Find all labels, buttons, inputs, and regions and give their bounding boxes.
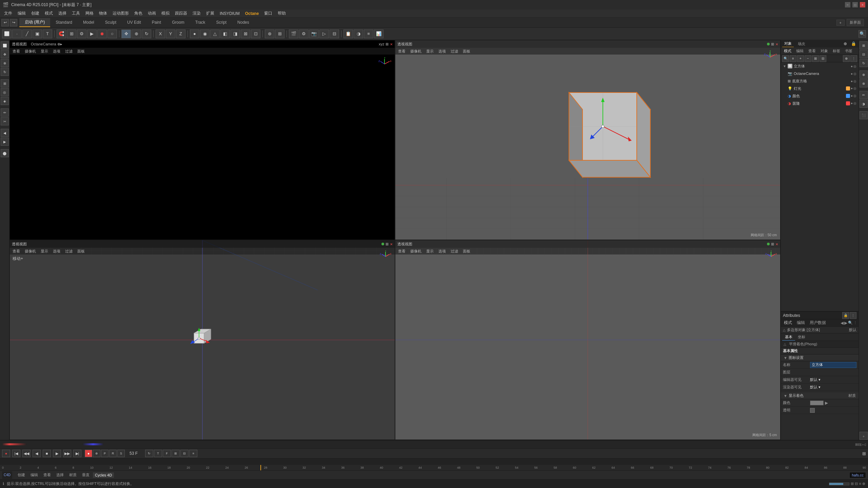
bm-view[interactable]: 查看 xyxy=(41,472,53,478)
viewport-bottom-left[interactable]: 透视视图 ⊞ × 查看 摄像机 显示 选项 过滤 面板 移动+ xyxy=(9,240,395,440)
left-tool-7[interactable]: ◈ xyxy=(1,97,9,105)
menu-tools[interactable]: 工具 xyxy=(69,10,83,17)
vp-tl-menu-filter[interactable]: 过滤 xyxy=(64,48,74,54)
undo-icon[interactable]: ↩ xyxy=(1,19,9,26)
timeline-ruler[interactable] xyxy=(0,459,868,465)
tree-item-cube[interactable]: ▼ ⬜ 立方体 ● ◎ xyxy=(781,62,859,70)
rp-tab-scene[interactable]: 场次 xyxy=(796,41,807,47)
attr-mode-tab[interactable]: 模式 xyxy=(782,320,794,326)
toolbar-t2[interactable]: Y xyxy=(166,29,175,38)
rst-btn-6[interactable]: ✏ xyxy=(860,91,868,99)
tc-fps[interactable]: F xyxy=(163,450,171,457)
attr-subtab-basic[interactable]: 基本 xyxy=(782,334,795,341)
tree-item-color[interactable]: ◑ 颜色 ● ◎ xyxy=(786,92,859,100)
tc-play[interactable]: ▶ xyxy=(53,450,61,457)
tree-render-light[interactable]: ◎ xyxy=(853,86,856,90)
menu-simulate[interactable]: 模拟 xyxy=(159,10,172,17)
left-tool-4[interactable]: ↻ xyxy=(1,68,9,76)
tab-paint[interactable]: Paint xyxy=(146,19,166,27)
left-tool-12[interactable]: ⬤ xyxy=(1,149,9,157)
menu-object[interactable]: 物体 xyxy=(96,10,110,17)
toolbar-anim[interactable]: ▶ xyxy=(87,29,97,38)
toolbar-display[interactable]: △ xyxy=(210,29,220,38)
menu-octane[interactable]: Octane xyxy=(242,11,262,17)
rst-btn-5[interactable]: ⊗ xyxy=(860,79,868,87)
tab-standard[interactable]: Standard xyxy=(50,19,78,27)
rst-btn-8[interactable]: ⬛ xyxy=(860,111,868,119)
attr-editor-visible-val[interactable]: 默认 ▾ xyxy=(810,377,856,382)
tc-key-all[interactable]: ⊕ xyxy=(93,450,100,457)
rp-lock-btn[interactable]: 🔒 xyxy=(850,40,857,47)
rp-expand-btn[interactable]: ⊕ xyxy=(842,40,849,47)
toolbar-render-region[interactable]: ⚙ xyxy=(77,29,86,38)
toolbar-track-1[interactable]: ⊛ xyxy=(265,29,274,38)
rst-btn-7[interactable]: ◑ xyxy=(860,100,868,108)
rp-tb-add[interactable]: + xyxy=(797,55,804,62)
bm-material[interactable]: 材质 xyxy=(67,472,79,478)
tc-icon1[interactable]: ⊞ xyxy=(172,450,180,457)
toolbar-mode-3[interactable]: ╱ xyxy=(22,29,32,38)
redo-icon[interactable]: ↪ xyxy=(10,19,17,26)
tc-record[interactable]: ● xyxy=(2,450,10,457)
vp-tl-camera[interactable]: OctaneCamera ⊕▸ xyxy=(29,42,64,47)
toolbar-obj[interactable]: ○ xyxy=(107,29,117,38)
left-tool-9[interactable]: ✂ xyxy=(1,117,9,125)
menu-render[interactable]: 渲染 xyxy=(190,10,203,17)
rst-btn-3[interactable]: ↻ xyxy=(860,59,868,67)
toolbar-rec[interactable]: ⏺ xyxy=(97,29,107,38)
tree-render-camera[interactable]: ◎ xyxy=(853,72,856,76)
menu-mograph[interactable]: 运动图形 xyxy=(110,10,132,17)
rp-tb-link[interactable]: ⊕ xyxy=(843,55,850,62)
attr-mat-expand[interactable]: ▼ xyxy=(784,394,787,398)
attr-group-expand[interactable]: ▼ xyxy=(784,356,787,360)
menu-file[interactable]: 文件 xyxy=(1,10,15,17)
rp-tb-search[interactable]: 🔍 xyxy=(782,55,789,62)
minimize-button[interactable]: − xyxy=(845,2,850,7)
tab-track[interactable]: Track xyxy=(190,19,211,27)
rst-btn-2[interactable]: ⊟ xyxy=(860,50,868,58)
rst-btn-9[interactable]: ⬦ xyxy=(860,432,868,440)
rp-subtab-tag[interactable]: 标签 xyxy=(831,48,842,54)
tc-key-rot[interactable]: R xyxy=(109,450,117,457)
left-tool-5[interactable]: ⊞ xyxy=(1,79,9,87)
tc-play-back[interactable]: ◀ xyxy=(33,450,41,457)
menu-window[interactable]: 窗口 xyxy=(261,10,275,17)
bm-edit[interactable]: 编辑 xyxy=(28,472,40,478)
attr-options[interactable]: ⋮ xyxy=(853,321,857,325)
menu-track[interactable]: 跟踪器 xyxy=(172,10,190,17)
toolbar-render1[interactable]: 🎬 xyxy=(289,29,298,38)
toolbar-snap[interactable]: 🧲 xyxy=(57,29,66,38)
toolbar-scale[interactable]: ⊕ xyxy=(132,29,141,38)
rst-btn-4[interactable]: ⊕ xyxy=(860,70,868,79)
viewport-top-right[interactable]: 透视视图 ⊞ × 查看 摄像机 显示 选项 过滤 面板 xyxy=(395,40,781,240)
tree-render-color[interactable]: ◎ xyxy=(853,94,856,98)
menu-insydium[interactable]: INSYDIUM xyxy=(217,11,242,17)
toolbar-mode-1[interactable]: ⬜ xyxy=(2,29,12,38)
left-tool-1[interactable]: ⬜ xyxy=(1,41,9,49)
menu-mode[interactable]: 模式 xyxy=(42,10,56,17)
tree-visible-color[interactable]: ● xyxy=(851,94,853,98)
attr-more-btn[interactable]: ⋮ xyxy=(850,312,856,319)
toolbar-move[interactable]: ✥ xyxy=(121,29,131,38)
toolbar-render2[interactable]: ⚙ xyxy=(299,29,309,38)
tree-visible-grid[interactable]: ● xyxy=(851,79,853,83)
attr-transparent-toggle[interactable] xyxy=(810,408,815,413)
tc-key-pos[interactable]: P xyxy=(101,450,108,457)
tab-script[interactable]: Script xyxy=(211,19,232,27)
vp-bl-close[interactable]: × xyxy=(390,242,393,247)
vp-br-close[interactable]: × xyxy=(775,242,778,247)
rp-tb-expand-all[interactable]: ⊞ xyxy=(812,55,819,62)
tc-icon3[interactable]: ≡ xyxy=(189,450,197,457)
toolbar-shading[interactable]: ◧ xyxy=(220,29,230,38)
vp-tl-menu-view[interactable]: 查看 xyxy=(11,48,21,54)
tree-visible-light[interactable]: ● xyxy=(851,86,853,90)
toolbar-mode-5[interactable]: T xyxy=(43,29,52,38)
attr-name-input[interactable] xyxy=(810,362,856,368)
vp-bl-maximize[interactable]: ⊞ xyxy=(386,242,389,246)
viewport-top-left[interactable]: 透视视图 OctaneCamera ⊕▸ xyz ⊞ × 查看 摄像机 显示 选… xyxy=(9,40,395,240)
tc-auto-key[interactable]: ● xyxy=(85,450,92,457)
toolbar-iso[interactable]: ⊠ xyxy=(241,29,250,38)
new-interface-button[interactable]: 新界面 xyxy=(847,19,864,26)
rp-subtab-bookmark[interactable]: 书签 xyxy=(843,48,854,54)
rst-btn-1[interactable]: ⊞ xyxy=(860,41,868,49)
